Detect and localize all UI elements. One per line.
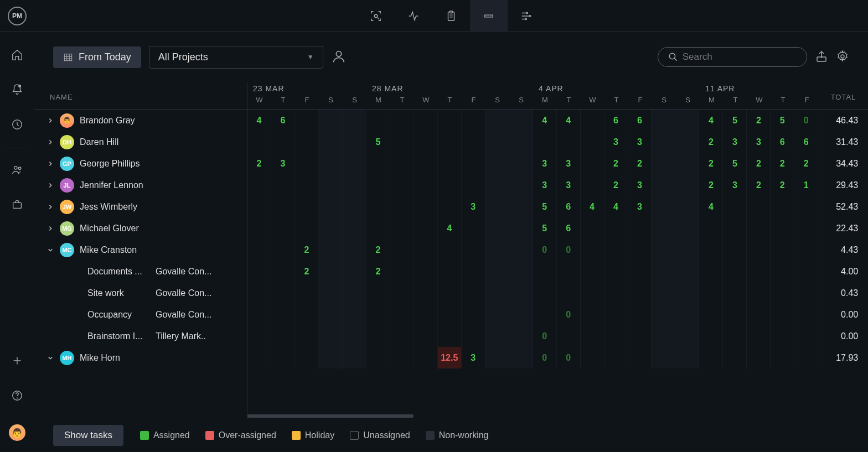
workload-cell[interactable]: [343, 304, 366, 325]
workload-cell[interactable]: [485, 217, 509, 239]
workload-cell[interactable]: [271, 131, 295, 153]
workload-cell[interactable]: 2: [699, 131, 723, 153]
workload-cell[interactable]: [438, 174, 462, 196]
workload-cell[interactable]: [509, 282, 533, 304]
task-row[interactable]: Brainstorm I...Tillery Mark..: [34, 325, 247, 347]
workload-cell[interactable]: [390, 239, 414, 261]
workload-cell[interactable]: [509, 261, 533, 282]
workload-cell[interactable]: 5: [771, 110, 794, 131]
workload-cell[interactable]: 3: [628, 131, 652, 153]
workload-cell[interactable]: [771, 196, 794, 217]
workload-cell[interactable]: [675, 131, 699, 153]
nav-scan-icon[interactable]: [357, 0, 395, 32]
workload-cell[interactable]: 2: [771, 174, 794, 196]
workload-cell[interactable]: [604, 261, 628, 282]
workload-cell[interactable]: 6: [794, 131, 818, 153]
workload-cell[interactable]: 0: [557, 239, 581, 261]
workload-cell[interactable]: [319, 325, 343, 347]
workload-cell[interactable]: [414, 325, 438, 347]
workload-cell[interactable]: [247, 239, 271, 261]
workload-cell[interactable]: [390, 261, 414, 282]
workload-cell[interactable]: [675, 325, 699, 347]
workload-cell[interactable]: [652, 110, 675, 131]
projects-select[interactable]: All Projects ▼: [149, 46, 323, 69]
workload-cell[interactable]: [557, 282, 581, 304]
workload-cell[interactable]: 6: [557, 217, 581, 239]
workload-cell[interactable]: 3: [723, 131, 747, 153]
workload-cell[interactable]: [675, 217, 699, 239]
workload-cell[interactable]: [794, 239, 818, 261]
workload-cell[interactable]: [438, 131, 462, 153]
person-row[interactable]: MGMichael Glover: [34, 217, 247, 239]
workload-cell[interactable]: [485, 347, 509, 368]
workload-cell[interactable]: [295, 196, 319, 217]
workload-cell[interactable]: 4: [604, 196, 628, 217]
workload-cell[interactable]: [319, 347, 343, 368]
workload-cell[interactable]: [581, 347, 604, 368]
workload-cell[interactable]: [652, 196, 675, 217]
workload-cell[interactable]: [271, 217, 295, 239]
workload-cell[interactable]: [390, 347, 414, 368]
workload-cell[interactable]: [485, 304, 509, 325]
workload-cell[interactable]: [319, 239, 343, 261]
workload-cell[interactable]: [723, 196, 747, 217]
workload-cell[interactable]: [509, 347, 533, 368]
chevron-right-icon[interactable]: [46, 183, 54, 188]
workload-cell[interactable]: 12.5: [438, 347, 462, 368]
workload-cell[interactable]: 2: [247, 153, 271, 174]
workload-cell[interactable]: [747, 217, 771, 239]
chevron-right-icon[interactable]: [46, 161, 54, 167]
workload-cell[interactable]: 2: [295, 261, 319, 282]
workload-cell[interactable]: 6: [271, 110, 295, 131]
workload-cell[interactable]: 3: [557, 153, 581, 174]
workload-cell[interactable]: [295, 325, 319, 347]
nav-gantt-icon[interactable]: [508, 0, 545, 32]
workload-cell[interactable]: [794, 261, 818, 282]
workload-cell[interactable]: 3: [604, 131, 628, 153]
workload-cell[interactable]: [581, 239, 604, 261]
workload-cell[interactable]: 0: [794, 110, 818, 131]
workload-cell[interactable]: [343, 347, 366, 368]
workload-cell[interactable]: [366, 325, 390, 347]
workload-cell[interactable]: [343, 239, 366, 261]
workload-cell[interactable]: [581, 110, 604, 131]
chevron-right-icon[interactable]: [46, 139, 54, 145]
workload-cell[interactable]: 2: [366, 239, 390, 261]
workload-cell[interactable]: [699, 304, 723, 325]
workload-cell[interactable]: [794, 196, 818, 217]
workload-cell[interactable]: [247, 131, 271, 153]
workload-cell[interactable]: 0: [533, 239, 557, 261]
workload-cell[interactable]: [390, 153, 414, 174]
workload-cell[interactable]: [366, 153, 390, 174]
workload-cell[interactable]: 5: [723, 110, 747, 131]
person-row[interactable]: JWJess Wimberly: [34, 196, 247, 217]
workload-cell[interactable]: [771, 261, 794, 282]
workload-cell[interactable]: [747, 261, 771, 282]
workload-cell[interactable]: [747, 325, 771, 347]
workload-cell[interactable]: [509, 153, 533, 174]
workload-cell[interactable]: [485, 325, 509, 347]
workload-cell[interactable]: [794, 347, 818, 368]
workload-cell[interactable]: [747, 347, 771, 368]
workload-cell[interactable]: [271, 282, 295, 304]
workload-cell[interactable]: 4: [533, 110, 557, 131]
workload-cell[interactable]: [747, 239, 771, 261]
workload-cell[interactable]: [581, 131, 604, 153]
nav-home-icon[interactable]: [11, 49, 23, 63]
nav-briefcase-icon[interactable]: [11, 199, 23, 212]
person-row[interactable]: MCMike Cranston: [34, 239, 247, 261]
workload-cell[interactable]: [771, 347, 794, 368]
workload-cell[interactable]: 4: [438, 217, 462, 239]
workload-cell[interactable]: [747, 304, 771, 325]
workload-cell[interactable]: [652, 217, 675, 239]
workload-cell[interactable]: [509, 110, 533, 131]
workload-cell[interactable]: 3: [747, 131, 771, 153]
workload-cell[interactable]: [699, 261, 723, 282]
workload-cell[interactable]: [485, 110, 509, 131]
workload-cell[interactable]: [699, 239, 723, 261]
workload-cell[interactable]: [509, 304, 533, 325]
workload-cell[interactable]: 3: [557, 174, 581, 196]
workload-cell[interactable]: [771, 304, 794, 325]
workload-cell[interactable]: [628, 347, 652, 368]
nav-activity-icon[interactable]: [395, 0, 432, 32]
